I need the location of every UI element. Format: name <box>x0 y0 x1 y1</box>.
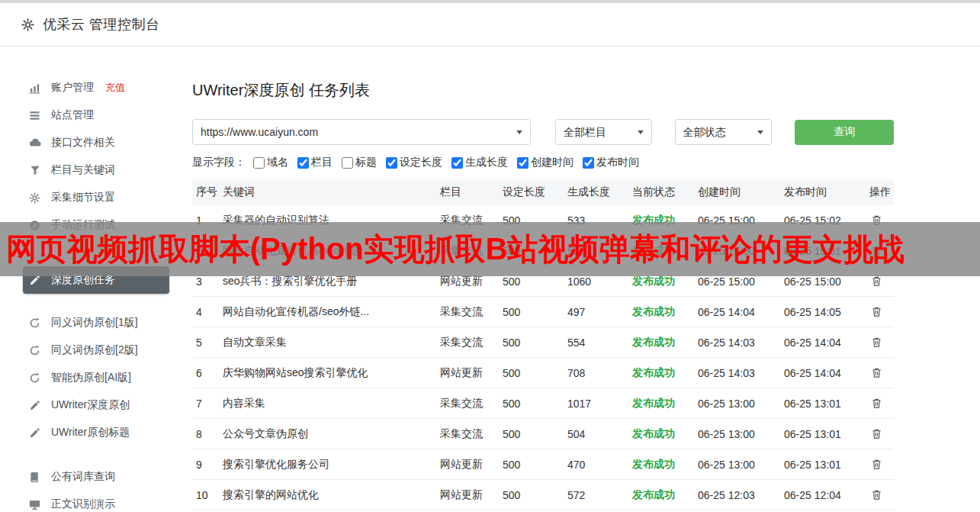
field-label: 设定长度 <box>400 156 442 169</box>
field-option-set-length[interactable]: 设定长度 <box>386 156 442 169</box>
cell-keyword: 搜索引擎的网站优化 <box>221 480 439 510</box>
cell-keyword: 自动文章采集 <box>221 327 439 358</box>
sidebar-item-uwriter-deep[interactable]: UWriter深度原创 <box>23 391 169 419</box>
cell-column: 采集交流 <box>439 327 501 358</box>
status-select[interactable]: 全部状态 <box>675 119 773 145</box>
table-row: 5 自动文章采集 采集交流 500 554 发布成功 06-25 14:03 0… <box>192 327 894 358</box>
column-select[interactable]: 全部栏目 <box>555 119 652 145</box>
cell-keyword: 搜索引擎优化服务公司 <box>221 449 439 480</box>
sidebar-item-label: 同义词伪原创[2版] <box>51 343 138 357</box>
sidebar-item-account[interactable]: 账户管理 充值 <box>23 74 169 101</box>
table-row: 10 搜索引擎的网站优化 网站更新 500 572 发布成功 06-25 12:… <box>192 480 894 510</box>
cell-published: 06-25 14:04 <box>782 358 868 388</box>
col-header-actions: 操作 <box>868 179 894 205</box>
cell-no: 5 <box>192 327 221 358</box>
cell-published: 06-25 13:01 <box>782 388 868 419</box>
cell-column: 网站更新 <box>439 449 501 480</box>
cell-set-length: 500 <box>501 388 566 419</box>
sidebar-item-columns-keywords[interactable]: 栏目与关键词 <box>23 156 169 184</box>
field-checkbox-domain[interactable] <box>253 157 265 169</box>
delete-task-button[interactable] <box>869 365 884 380</box>
col-header-column: 栏目 <box>439 179 501 205</box>
field-option-title[interactable]: 标题 <box>342 156 377 169</box>
table-row: 7 内容采集 采集交流 500 1017 发布成功 06-25 13:00 06… <box>192 388 894 419</box>
cell-no: 9 <box>192 449 221 480</box>
main-content: UWriter深度原创 任务列表 https://www.ucaiyun.com… <box>192 80 894 510</box>
field-option-domain[interactable]: 域名 <box>253 156 288 169</box>
sidebar-item-label: 智能伪原创[AI版] <box>51 371 131 385</box>
table-row: 4 网站自动化宣传机器/seo外链... 采集交流 500 497 发布成功 0… <box>192 297 894 327</box>
table-row: 9 搜索引擎优化服务公司 网站更新 500 470 发布成功 06-25 13:… <box>192 449 894 480</box>
sidebar-item-uwriter-title[interactable]: UWriter原创标题 <box>23 419 169 446</box>
field-checkbox-create-time[interactable] <box>517 157 529 169</box>
field-checkbox-title[interactable] <box>342 157 353 169</box>
delete-task-button[interactable] <box>869 335 884 349</box>
sidebar-item-collection-settings[interactable]: 采集细节设置 <box>23 184 169 211</box>
trash-icon <box>871 459 882 470</box>
filter-bar: https://www.ucaiyun.com 全部栏目 全部状态 查询 <box>192 119 894 145</box>
watermark-overlay: 网页视频抓取脚本(Python实现抓取B站视频弹幕和评论的更文挑战 <box>0 222 980 276</box>
trash-icon <box>871 306 882 317</box>
gear-icon <box>28 192 41 204</box>
col-header-published: 发布时间 <box>782 179 868 205</box>
delete-task-button[interactable] <box>869 304 884 319</box>
sidebar-item-sites[interactable]: 站点管理 <box>23 101 169 129</box>
field-checkbox-publish-time[interactable] <box>583 157 594 169</box>
delete-task-button[interactable] <box>869 427 884 441</box>
cell-gen-length: 504 <box>566 419 631 449</box>
field-checkbox-gen-length[interactable] <box>451 157 463 169</box>
status-badge: 发布成功 <box>631 480 696 510</box>
delete-task-button[interactable] <box>869 457 884 472</box>
sidebar-item-public-lexicon[interactable]: 公有词库查询 <box>23 463 169 491</box>
column-select-wrapper: 全部栏目 <box>555 119 652 145</box>
recharge-link[interactable]: 充值 <box>105 81 125 95</box>
sidebar-group-gap <box>23 446 169 463</box>
field-checkbox-column[interactable] <box>297 157 309 169</box>
sidebar: 账户管理 充值 站点管理 接口文件相关 栏目与关键词 采集细节设置 手动运行测试… <box>23 74 169 512</box>
field-option-column[interactable]: 栏目 <box>297 156 333 169</box>
col-header-created: 创建时间 <box>696 179 782 205</box>
cell-created: 06-25 13:00 <box>696 388 782 419</box>
col-header-no: 序号 <box>192 179 221 205</box>
cell-keyword: 庆华购物网站seo搜索引擎优化 <box>221 358 439 388</box>
status-badge: 发布成功 <box>631 297 696 327</box>
site-select[interactable]: https://www.ucaiyun.com <box>192 119 531 145</box>
cell-column: 网站更新 <box>439 358 501 388</box>
page-title: UWriter深度原创 任务列表 <box>192 80 894 101</box>
sidebar-item-label: 接口文件相关 <box>51 136 115 150</box>
field-option-publish-time[interactable]: 发布时间 <box>583 156 639 169</box>
cell-column: 采集交流 <box>439 388 501 419</box>
sidebar-item-synonym-2[interactable]: 同义词伪原创[2版] <box>23 337 169 364</box>
cell-set-length: 500 <box>501 480 566 510</box>
cell-set-length: 500 <box>501 449 566 480</box>
cell-published: 06-25 14:04 <box>782 327 868 358</box>
delete-task-button[interactable] <box>869 488 884 502</box>
query-button[interactable]: 查询 <box>795 120 894 145</box>
cell-keyword: 公众号文章伪原创 <box>221 419 439 449</box>
sidebar-item-ai-rewrite[interactable]: 智能伪原创[AI版] <box>23 364 169 391</box>
status-badge: 发布成功 <box>631 388 696 419</box>
cell-actions <box>868 388 894 419</box>
trash-icon <box>871 367 882 378</box>
cell-no: 7 <box>192 388 221 419</box>
cell-gen-length: 470 <box>566 449 631 480</box>
trash-icon <box>871 275 882 287</box>
status-badge: 发布成功 <box>631 358 696 388</box>
status-badge: 发布成功 <box>631 449 696 480</box>
field-label: 域名 <box>267 156 288 169</box>
cell-actions <box>868 480 894 510</box>
sidebar-item-synonym-1[interactable]: 同义词伪原创[1版] <box>23 309 169 337</box>
display-fields-row: 显示字段： 域名 栏目 标题 设定长度 生成长度 创建时间 发布时间 <box>192 156 894 169</box>
status-select-wrapper: 全部状态 <box>675 119 773 145</box>
trash-icon <box>871 398 882 409</box>
delete-task-button[interactable] <box>869 396 884 411</box>
field-option-create-time[interactable]: 创建时间 <box>517 156 574 169</box>
cell-no: 4 <box>192 297 221 327</box>
cell-column: 采集交流 <box>439 419 501 449</box>
sidebar-item-content-recognition[interactable]: 正文识别演示 <box>23 491 169 512</box>
gear-icon <box>21 18 34 31</box>
field-option-gen-length[interactable]: 生成长度 <box>451 156 508 169</box>
field-checkbox-set-length[interactable] <box>386 157 397 169</box>
cell-gen-length: 1017 <box>566 388 631 419</box>
sidebar-item-interface-files[interactable]: 接口文件相关 <box>23 129 169 156</box>
